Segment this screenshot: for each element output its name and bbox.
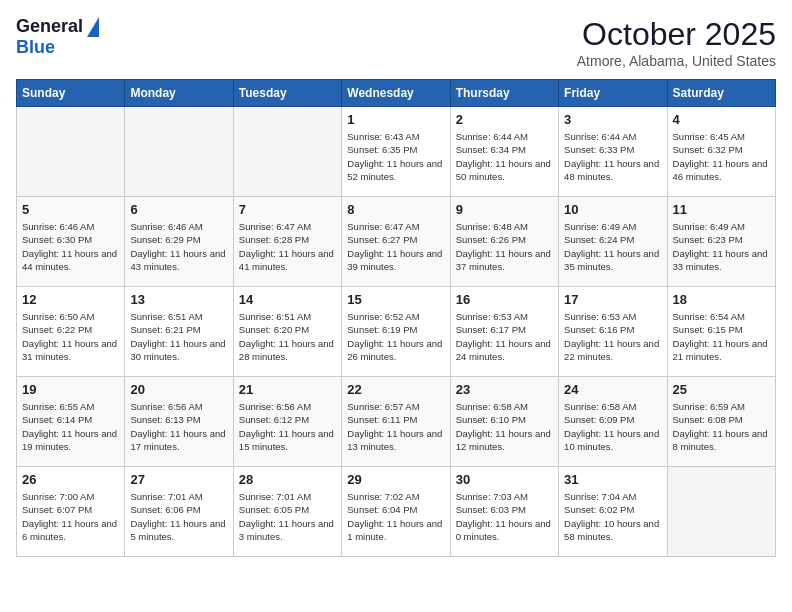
- logo: General Blue: [16, 16, 99, 58]
- calendar-week-row: 5Sunrise: 6:46 AMSunset: 6:30 PMDaylight…: [17, 197, 776, 287]
- day-number: 20: [130, 382, 227, 397]
- calendar-cell: 12Sunrise: 6:50 AMSunset: 6:22 PMDayligh…: [17, 287, 125, 377]
- day-info: Sunrise: 6:44 AMSunset: 6:33 PMDaylight:…: [564, 130, 661, 183]
- weekday-header-tuesday: Tuesday: [233, 80, 341, 107]
- calendar-cell: 4Sunrise: 6:45 AMSunset: 6:32 PMDaylight…: [667, 107, 775, 197]
- day-number: 3: [564, 112, 661, 127]
- location-title: Atmore, Alabama, United States: [577, 53, 776, 69]
- weekday-header-monday: Monday: [125, 80, 233, 107]
- day-number: 19: [22, 382, 119, 397]
- day-info: Sunrise: 6:49 AMSunset: 6:24 PMDaylight:…: [564, 220, 661, 273]
- day-info: Sunrise: 7:01 AMSunset: 6:05 PMDaylight:…: [239, 490, 336, 543]
- calendar-cell: 15Sunrise: 6:52 AMSunset: 6:19 PMDayligh…: [342, 287, 450, 377]
- day-number: 11: [673, 202, 770, 217]
- calendar-week-row: 12Sunrise: 6:50 AMSunset: 6:22 PMDayligh…: [17, 287, 776, 377]
- day-info: Sunrise: 7:04 AMSunset: 6:02 PMDaylight:…: [564, 490, 661, 543]
- day-number: 7: [239, 202, 336, 217]
- day-number: 5: [22, 202, 119, 217]
- day-number: 12: [22, 292, 119, 307]
- day-number: 2: [456, 112, 553, 127]
- day-number: 16: [456, 292, 553, 307]
- day-info: Sunrise: 6:51 AMSunset: 6:21 PMDaylight:…: [130, 310, 227, 363]
- day-info: Sunrise: 6:56 AMSunset: 6:13 PMDaylight:…: [130, 400, 227, 453]
- calendar-cell: 31Sunrise: 7:04 AMSunset: 6:02 PMDayligh…: [559, 467, 667, 557]
- day-number: 25: [673, 382, 770, 397]
- day-number: 31: [564, 472, 661, 487]
- day-info: Sunrise: 7:03 AMSunset: 6:03 PMDaylight:…: [456, 490, 553, 543]
- calendar-cell: [233, 107, 341, 197]
- day-info: Sunrise: 6:53 AMSunset: 6:17 PMDaylight:…: [456, 310, 553, 363]
- calendar-cell: 8Sunrise: 6:47 AMSunset: 6:27 PMDaylight…: [342, 197, 450, 287]
- calendar-cell: 30Sunrise: 7:03 AMSunset: 6:03 PMDayligh…: [450, 467, 558, 557]
- day-number: 4: [673, 112, 770, 127]
- day-info: Sunrise: 6:58 AMSunset: 6:10 PMDaylight:…: [456, 400, 553, 453]
- day-info: Sunrise: 6:46 AMSunset: 6:30 PMDaylight:…: [22, 220, 119, 273]
- day-number: 30: [456, 472, 553, 487]
- day-info: Sunrise: 6:48 AMSunset: 6:26 PMDaylight:…: [456, 220, 553, 273]
- day-info: Sunrise: 6:58 AMSunset: 6:09 PMDaylight:…: [564, 400, 661, 453]
- calendar-cell: 16Sunrise: 6:53 AMSunset: 6:17 PMDayligh…: [450, 287, 558, 377]
- day-number: 8: [347, 202, 444, 217]
- weekday-header-row: SundayMondayTuesdayWednesdayThursdayFrid…: [17, 80, 776, 107]
- day-number: 14: [239, 292, 336, 307]
- calendar-cell: 13Sunrise: 6:51 AMSunset: 6:21 PMDayligh…: [125, 287, 233, 377]
- calendar-cell: 27Sunrise: 7:01 AMSunset: 6:06 PMDayligh…: [125, 467, 233, 557]
- calendar-cell: 24Sunrise: 6:58 AMSunset: 6:09 PMDayligh…: [559, 377, 667, 467]
- weekday-header-sunday: Sunday: [17, 80, 125, 107]
- day-number: 27: [130, 472, 227, 487]
- calendar-cell: [667, 467, 775, 557]
- day-info: Sunrise: 6:55 AMSunset: 6:14 PMDaylight:…: [22, 400, 119, 453]
- calendar-cell: 23Sunrise: 6:58 AMSunset: 6:10 PMDayligh…: [450, 377, 558, 467]
- day-info: Sunrise: 6:46 AMSunset: 6:29 PMDaylight:…: [130, 220, 227, 273]
- day-number: 15: [347, 292, 444, 307]
- calendar-cell: 17Sunrise: 6:53 AMSunset: 6:16 PMDayligh…: [559, 287, 667, 377]
- calendar-cell: 6Sunrise: 6:46 AMSunset: 6:29 PMDaylight…: [125, 197, 233, 287]
- day-info: Sunrise: 6:57 AMSunset: 6:11 PMDaylight:…: [347, 400, 444, 453]
- day-number: 22: [347, 382, 444, 397]
- day-info: Sunrise: 6:54 AMSunset: 6:15 PMDaylight:…: [673, 310, 770, 363]
- calendar-cell: 1Sunrise: 6:43 AMSunset: 6:35 PMDaylight…: [342, 107, 450, 197]
- calendar-cell: 3Sunrise: 6:44 AMSunset: 6:33 PMDaylight…: [559, 107, 667, 197]
- day-number: 10: [564, 202, 661, 217]
- weekday-header-saturday: Saturday: [667, 80, 775, 107]
- day-number: 26: [22, 472, 119, 487]
- day-info: Sunrise: 6:49 AMSunset: 6:23 PMDaylight:…: [673, 220, 770, 273]
- calendar-table: SundayMondayTuesdayWednesdayThursdayFrid…: [16, 79, 776, 557]
- calendar-cell: 18Sunrise: 6:54 AMSunset: 6:15 PMDayligh…: [667, 287, 775, 377]
- day-info: Sunrise: 6:43 AMSunset: 6:35 PMDaylight:…: [347, 130, 444, 183]
- day-number: 13: [130, 292, 227, 307]
- calendar-cell: 21Sunrise: 6:56 AMSunset: 6:12 PMDayligh…: [233, 377, 341, 467]
- day-info: Sunrise: 6:52 AMSunset: 6:19 PMDaylight:…: [347, 310, 444, 363]
- calendar-cell: 2Sunrise: 6:44 AMSunset: 6:34 PMDaylight…: [450, 107, 558, 197]
- day-info: Sunrise: 6:59 AMSunset: 6:08 PMDaylight:…: [673, 400, 770, 453]
- calendar-week-row: 26Sunrise: 7:00 AMSunset: 6:07 PMDayligh…: [17, 467, 776, 557]
- day-number: 28: [239, 472, 336, 487]
- calendar-cell: 25Sunrise: 6:59 AMSunset: 6:08 PMDayligh…: [667, 377, 775, 467]
- calendar-cell: [125, 107, 233, 197]
- day-number: 29: [347, 472, 444, 487]
- day-info: Sunrise: 6:45 AMSunset: 6:32 PMDaylight:…: [673, 130, 770, 183]
- calendar-cell: 28Sunrise: 7:01 AMSunset: 6:05 PMDayligh…: [233, 467, 341, 557]
- logo-triangle-icon: [87, 17, 99, 37]
- day-number: 17: [564, 292, 661, 307]
- page-header: General Blue October 2025 Atmore, Alabam…: [16, 16, 776, 69]
- month-title: October 2025: [577, 16, 776, 53]
- calendar-cell: 7Sunrise: 6:47 AMSunset: 6:28 PMDaylight…: [233, 197, 341, 287]
- calendar-cell: [17, 107, 125, 197]
- day-info: Sunrise: 6:56 AMSunset: 6:12 PMDaylight:…: [239, 400, 336, 453]
- day-info: Sunrise: 6:50 AMSunset: 6:22 PMDaylight:…: [22, 310, 119, 363]
- calendar-cell: 19Sunrise: 6:55 AMSunset: 6:14 PMDayligh…: [17, 377, 125, 467]
- day-number: 24: [564, 382, 661, 397]
- day-info: Sunrise: 6:47 AMSunset: 6:28 PMDaylight:…: [239, 220, 336, 273]
- calendar-cell: 11Sunrise: 6:49 AMSunset: 6:23 PMDayligh…: [667, 197, 775, 287]
- day-number: 18: [673, 292, 770, 307]
- calendar-cell: 20Sunrise: 6:56 AMSunset: 6:13 PMDayligh…: [125, 377, 233, 467]
- weekday-header-thursday: Thursday: [450, 80, 558, 107]
- calendar-cell: 29Sunrise: 7:02 AMSunset: 6:04 PMDayligh…: [342, 467, 450, 557]
- day-number: 9: [456, 202, 553, 217]
- weekday-header-wednesday: Wednesday: [342, 80, 450, 107]
- day-info: Sunrise: 6:44 AMSunset: 6:34 PMDaylight:…: [456, 130, 553, 183]
- calendar-week-row: 1Sunrise: 6:43 AMSunset: 6:35 PMDaylight…: [17, 107, 776, 197]
- day-info: Sunrise: 7:00 AMSunset: 6:07 PMDaylight:…: [22, 490, 119, 543]
- calendar-cell: 22Sunrise: 6:57 AMSunset: 6:11 PMDayligh…: [342, 377, 450, 467]
